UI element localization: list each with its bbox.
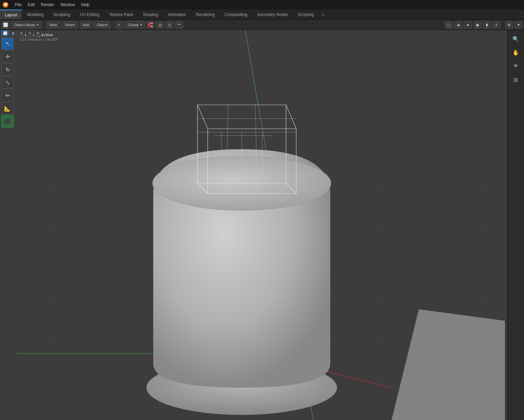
file-menu[interactable]: File [12,1,24,8]
viewport-shading-icon-3[interactable]: ● [464,21,472,29]
proportional2-icon[interactable]: ⊙ [165,21,174,29]
object-mode-dropdown[interactable]: Object Mode [11,21,42,29]
snap-icon[interactable]: 🧲 [146,21,155,29]
window-menu[interactable]: Window [58,1,78,8]
svg-point-2 [6,3,7,4]
view-tabs: ⬜ ◧ ⊞ ⊟ ⊠ [1,30,42,36]
tab-layout[interactable]: Layout [0,10,22,19]
edit-menu[interactable]: Edit [25,1,37,8]
viewport-shading-icon-4[interactable]: ◉ [473,21,481,29]
tab-geometry-nodes[interactable]: Geometry Nodes [252,10,293,19]
add-button[interactable]: Add [80,21,93,29]
tab-shading[interactable]: Shading [138,10,163,19]
view-tab-5[interactable]: ⊠ [34,30,42,36]
tab-animation[interactable]: Animation [163,10,191,19]
workspace-tabs: Layout Modeling Sculpting UV Editing Tex… [0,10,524,20]
tab-uv-editing[interactable]: UV Editing [75,10,105,19]
view-tab-3[interactable]: ⊞ [18,30,25,36]
mode-icon[interactable]: ⬜ [1,21,10,29]
waveform-icon[interactable]: 〜 [175,21,183,29]
rotate-tool-button[interactable]: ↻ [1,63,14,76]
scene-canvas [17,30,505,420]
proportional-icon[interactable]: ◎ [156,21,164,29]
help-menu[interactable]: Help [78,1,92,8]
viewport-shading-icon-1[interactable]: ◻ [445,21,453,29]
global-dropdown[interactable]: Global [125,21,145,29]
gizmo-icon[interactable]: ✦ [514,21,523,29]
object-button[interactable]: Object [94,21,111,29]
viewport-shading-icon-5[interactable]: ⧫ [483,21,491,29]
annotate-tool-button[interactable]: ✏ [1,89,14,102]
viewport-overlay-icon[interactable]: ⊕ [505,21,513,29]
select-tool-button[interactable]: ↖ [1,37,14,50]
separator-right [503,21,503,28]
tab-rendering[interactable]: Rendering [191,10,220,19]
view-tab-solid[interactable]: ⬜ [1,30,9,36]
move-tool-button[interactable]: ✛ [1,50,14,63]
view-tab-4[interactable]: ⊟ [26,30,33,36]
separator-1 [44,21,44,28]
tab-compositing[interactable]: Compositing [220,10,253,19]
render-menu[interactable]: Render [38,1,57,8]
right-sidebar: 🔍 ✋ 👁 ⊞ [507,30,524,420]
left-sidebar-tools: ↖ ✛ ↻ ⤡ ✏ 📐 ⬛ [1,37,15,127]
tab-texture-paint[interactable]: Texture Paint [105,10,138,19]
tab-scripting[interactable]: Scripting [293,10,319,19]
tab-modeling[interactable]: Modeling [22,10,49,19]
viewport-collection-label: (1) Collection | cap.006 [20,37,58,42]
measure-tool-button[interactable]: 📐 [1,102,14,114]
main-menu: File Edit Render Window Help [12,1,92,8]
add-workspace-button[interactable]: + [319,11,327,19]
select-button[interactable]: Select [62,21,78,29]
scale-tool-button[interactable]: ⤡ [1,76,14,89]
toolbar-bar: ⬜ Object Mode View Select Add Object ⌖ G… [0,20,524,30]
transform-icon[interactable]: ⌖ [115,21,123,29]
viewport-shading-icon-2[interactable]: ◈ [454,21,462,29]
separator-2 [113,21,113,28]
pan-button[interactable]: ✋ [510,46,522,59]
main-viewport[interactable]: User Perspective (1) Collection | cap.00… [17,30,505,420]
blender-logo [0,0,11,10]
tab-sculpting[interactable]: Sculpting [49,10,75,19]
camera-button[interactable]: 👁 [510,60,522,72]
view-tab-2[interactable]: ◧ [10,30,17,36]
viewport-shading-icon-6[interactable]: ≡ [492,21,501,29]
zoom-button[interactable]: 🔍 [510,33,522,45]
view-button[interactable]: View [46,21,60,29]
top-menu-bar: File Edit Render Window Help [0,0,524,10]
add-primitive-button[interactable]: ⬛ [1,115,14,127]
grid-button[interactable]: ⊞ [510,74,522,86]
toolbar-right: ◻ ◈ ● ◉ ⧫ ≡ ⊕ ✦ [445,21,523,29]
